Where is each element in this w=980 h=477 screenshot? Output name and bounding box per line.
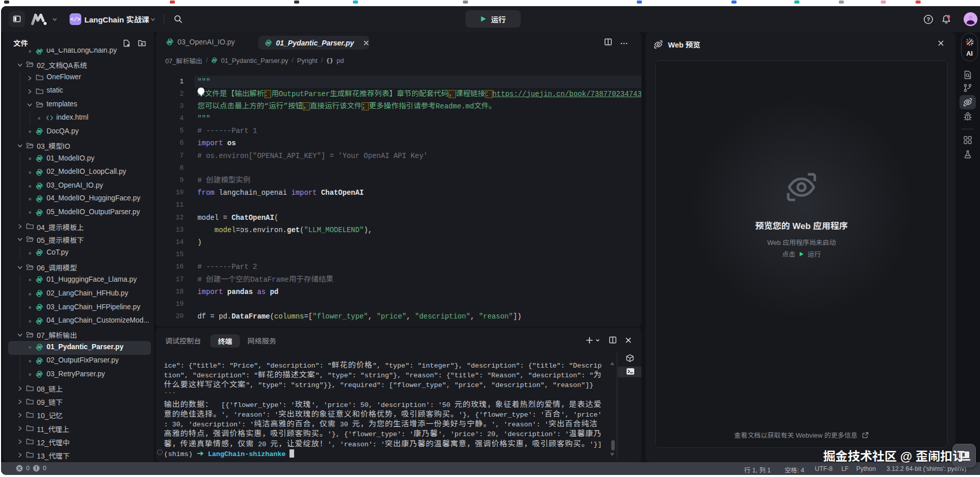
svg-text:{}: {}	[326, 58, 333, 64]
svg-text:?: ?	[927, 16, 930, 22]
